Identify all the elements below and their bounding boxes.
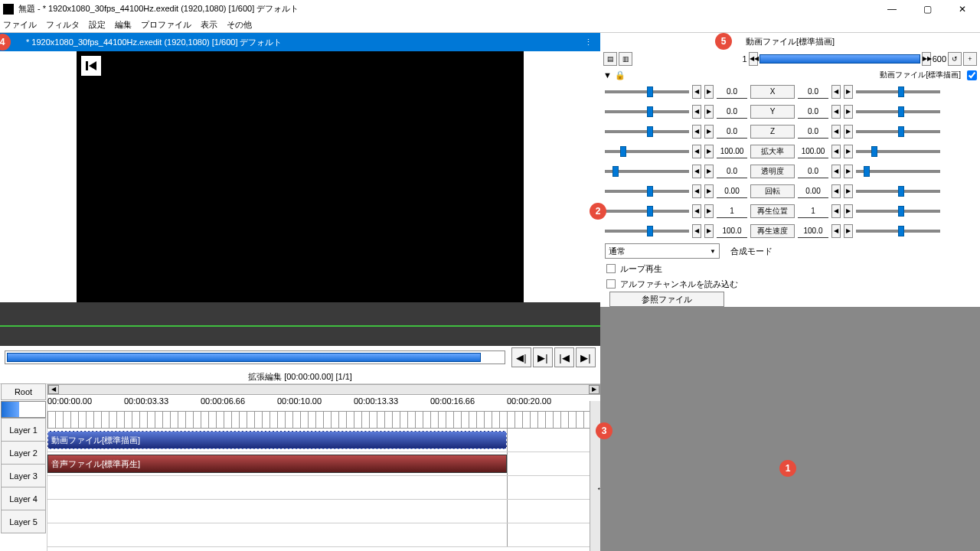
play-button[interactable]: ▶| [533, 347, 553, 367]
menu-file[interactable]: ファイル [3, 19, 37, 31]
nudge-right-plus[interactable]: ▶ [844, 105, 853, 119]
slider-right[interactable] [856, 110, 940, 113]
nudge-right-plus[interactable]: ▶ [844, 184, 853, 198]
layer-3-label[interactable]: Layer 3 [1, 464, 46, 487]
slider-right[interactable] [856, 210, 940, 213]
track-3[interactable] [47, 476, 600, 500]
audio-clip[interactable]: 音声ファイル[標準再生] [47, 455, 507, 473]
loop-checkbox[interactable] [606, 264, 616, 273]
slider-left[interactable] [605, 110, 689, 113]
frame-track[interactable] [760, 54, 920, 64]
nudge-right-plus[interactable]: ▶ [844, 224, 853, 238]
layer-5-label[interactable]: Layer 5 [1, 510, 46, 533]
value-right[interactable]: 100.00 [798, 145, 828, 158]
nudge-left-plus[interactable]: ▶ [704, 105, 714, 119]
root-button[interactable]: Root [1, 383, 46, 400]
section-expand[interactable]: ▼ 🔒 動画ファイル[標準描画] [600, 68, 980, 82]
seek-bar[interactable] [5, 350, 505, 364]
value-left[interactable]: 1 [717, 204, 747, 218]
value-left[interactable]: 100.0 [717, 224, 747, 238]
menu-other[interactable]: その他 [227, 19, 252, 31]
value-right[interactable]: 0.0 [798, 165, 828, 178]
nudge-left-plus[interactable]: ▶ [704, 184, 714, 198]
menu-view[interactable]: 表示 [201, 19, 217, 31]
value-left[interactable]: 100.00 [717, 145, 747, 158]
ref-file-button[interactable]: 参照ファイル [609, 292, 724, 307]
value-right[interactable]: 1 [798, 204, 828, 218]
value-right[interactable]: 0.00 [798, 184, 828, 198]
param-label[interactable]: 再生速度 [750, 224, 795, 238]
jump-start-icon[interactable] [81, 56, 101, 76]
value-left[interactable]: 0.0 [717, 165, 747, 178]
menu-filter[interactable]: フィルタ [46, 19, 80, 31]
nudge-right-plus[interactable]: ▶ [844, 165, 853, 178]
slider-left[interactable] [605, 130, 689, 133]
layer-4-label[interactable]: Layer 4 [1, 487, 46, 510]
nudge-right-minus[interactable]: ◀ [831, 145, 841, 158]
slider-right[interactable] [856, 130, 940, 133]
nudge-right-minus[interactable]: ◀ [831, 85, 841, 99]
nudge-right-plus[interactable]: ▶ [844, 85, 853, 99]
layer-1-label[interactable]: Layer 1 [1, 418, 46, 442]
param-label[interactable]: X [750, 85, 795, 99]
tick-ruler[interactable] [47, 412, 600, 429]
slider-left[interactable] [605, 90, 689, 93]
frame-next[interactable]: ▶▶ [922, 52, 931, 66]
nudge-left-minus[interactable]: ◀ [692, 125, 701, 139]
video-clip[interactable]: 動画ファイル[標準描画] [47, 431, 507, 449]
value-right[interactable]: 0.0 [798, 105, 828, 119]
menu-settings[interactable]: 設定 [89, 19, 106, 31]
value-left[interactable]: 0.00 [717, 184, 747, 198]
param-label[interactable]: Y [750, 105, 795, 119]
nudge-right-plus[interactable]: ▶ [844, 125, 853, 139]
param-label[interactable]: 透明度 [750, 165, 795, 178]
nudge-right-minus[interactable]: ◀ [831, 224, 841, 238]
step-back-button[interactable]: ◀| [511, 347, 531, 367]
timeline-tracks[interactable]: ◀▶ 00:00:00.00 00:00:03.33 00:00:06.66 0… [47, 384, 600, 551]
nudge-left-minus[interactable]: ◀ [692, 85, 701, 99]
nudge-right-minus[interactable]: ◀ [831, 105, 841, 119]
slider-right[interactable] [856, 90, 940, 93]
slider-left[interactable] [605, 230, 689, 233]
nudge-right-minus[interactable]: ◀ [831, 184, 841, 198]
nudge-left-plus[interactable]: ▶ [704, 224, 714, 238]
chevron-down-icon[interactable]: ▼ [603, 70, 612, 80]
nudge-left-plus[interactable]: ▶ [704, 145, 714, 158]
track-4[interactable] [47, 500, 600, 523]
slider-left[interactable] [605, 210, 689, 213]
slider-right[interactable] [856, 170, 940, 173]
nudge-left-plus[interactable]: ▶ [704, 165, 714, 178]
nudge-right-minus[interactable]: ◀ [831, 165, 841, 178]
frame-prev[interactable]: ◀◀ [749, 52, 758, 66]
slider-left[interactable] [605, 150, 689, 153]
nudge-left-plus[interactable]: ▶ [704, 85, 714, 99]
value-left[interactable]: 0.0 [717, 85, 747, 99]
param-label[interactable]: 再生位置 [750, 204, 795, 218]
tool-icon-4[interactable]: + [963, 52, 977, 66]
time-ruler[interactable]: 00:00:00.00 00:00:03.33 00:00:06.66 00:0… [47, 395, 600, 412]
lock-icon[interactable]: 🔒 [615, 70, 626, 80]
slider-left[interactable] [605, 190, 689, 193]
slider-right[interactable] [856, 150, 940, 153]
tool-icon-1[interactable]: ▤ [603, 52, 617, 66]
track-1[interactable]: 動画ファイル[標準描画] [47, 429, 600, 452]
minimize-button[interactable]: — [874, 0, 910, 18]
param-label[interactable]: 拡大率 [750, 145, 795, 158]
menu-profile[interactable]: プロファイル [141, 19, 191, 31]
section-enable-checkbox[interactable] [967, 70, 977, 80]
nudge-left-plus[interactable]: ▶ [704, 125, 714, 139]
value-left[interactable]: 0.0 [717, 105, 747, 119]
nudge-left-minus[interactable]: ◀ [692, 105, 701, 119]
blend-mode-dropdown[interactable]: 通常▼ [605, 243, 720, 259]
nudge-left-minus[interactable]: ◀ [692, 145, 701, 158]
tool-icon-3[interactable]: ↺ [948, 52, 962, 66]
param-label[interactable]: Z [750, 125, 795, 139]
value-right[interactable]: 0.0 [798, 85, 828, 99]
close-button[interactable]: ✕ [945, 0, 980, 18]
jump-start-button[interactable]: |◀ [554, 347, 574, 367]
slider-left[interactable] [605, 170, 689, 173]
value-right[interactable]: 100.0 [798, 224, 828, 238]
timeline-hscroll[interactable]: ◀▶ [47, 384, 600, 395]
alpha-checkbox[interactable] [606, 279, 616, 289]
layer-2-label[interactable]: Layer 2 [1, 441, 46, 465]
